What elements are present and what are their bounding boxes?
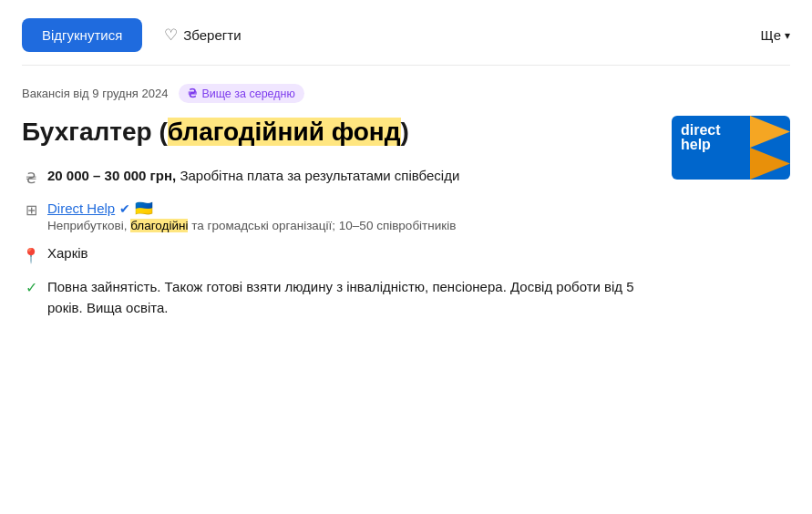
location-row: 📍 Харків — [22, 245, 653, 264]
save-label: Зберегти — [183, 27, 241, 43]
location-icon: 📍 — [22, 246, 40, 264]
company-info: Direct Help ✔ 🇺🇦 Неприбуткові, благодійн… — [47, 200, 456, 232]
company-link[interactable]: Direct Help — [47, 200, 115, 216]
main-content: Бухгалтер (благодійний фонд) ₴ 20 000 – … — [22, 116, 790, 331]
salary-note: Заробітна плата за результатами співбесі… — [180, 168, 459, 183]
heart-icon: ♡ — [164, 26, 178, 45]
logo-text-direct: direct — [681, 123, 721, 138]
above-avg-badge: ₴ Вище за середню — [179, 84, 303, 103]
action-bar: Відгукнутися ♡ Зберегти Ще ▾ — [22, 18, 790, 66]
employment-row: ✓ Повна зайнятість. Також готові взяти л… — [22, 277, 653, 318]
date-label: Вакансія від 9 грудня 2024 — [22, 87, 168, 100]
logo-text-help: help — [681, 138, 711, 152]
company-logo-wrap[interactable]: direct help — [672, 116, 790, 180]
employment-text: Повна зайнятість. Також готові взяти люд… — [47, 277, 653, 318]
salary-text: 20 000 – 30 000 грн, Заробітна плата за … — [47, 168, 459, 183]
job-details: Бухгалтер (благодійний фонд) ₴ 20 000 – … — [22, 116, 653, 331]
logo-arrow-top — [750, 116, 790, 148]
company-row: ⊞ Direct Help ✔ 🇺🇦 Неприбуткові, благоді… — [22, 200, 653, 232]
meta-row: Вакансія від 9 грудня 2024 ₴ Вище за сер… — [22, 84, 790, 103]
logo-inner: direct help — [672, 116, 790, 180]
location-text: Харків — [47, 245, 88, 261]
logo-arrow-bottom — [750, 148, 790, 180]
badge-euro-icon: ₴ — [188, 87, 197, 100]
ukraine-flag-icon: 🇺🇦 — [135, 200, 153, 217]
company-icon: ⊞ — [22, 200, 40, 219]
save-button[interactable]: ♡ Зберегти — [164, 26, 241, 45]
respond-button[interactable]: Відгукнутися — [22, 18, 142, 52]
job-title-text: Бухгалтер (благодійний фонд) — [22, 118, 409, 146]
salary-icon: ₴ — [22, 169, 40, 187]
chevron-down-icon: ▾ — [785, 29, 790, 42]
more-button[interactable]: Ще ▾ — [761, 27, 790, 43]
company-logo: direct help — [672, 116, 790, 180]
company-description: Неприбуткові, благодійні та громадські о… — [47, 219, 456, 232]
company-name-row: Direct Help ✔ 🇺🇦 — [47, 200, 456, 217]
salary-row: ₴ 20 000 – 30 000 грн, Заробітна плата з… — [22, 168, 653, 187]
more-label: Ще — [761, 27, 781, 43]
verified-icon: ✔ — [119, 201, 130, 216]
salary-range: 20 000 – 30 000 грн, — [47, 168, 176, 183]
badge-label: Вище за середню — [201, 87, 294, 100]
job-title: Бухгалтер (благодійний фонд) — [22, 116, 653, 148]
checkmark-icon: ✓ — [22, 278, 40, 296]
logo-arrows — [750, 116, 790, 180]
